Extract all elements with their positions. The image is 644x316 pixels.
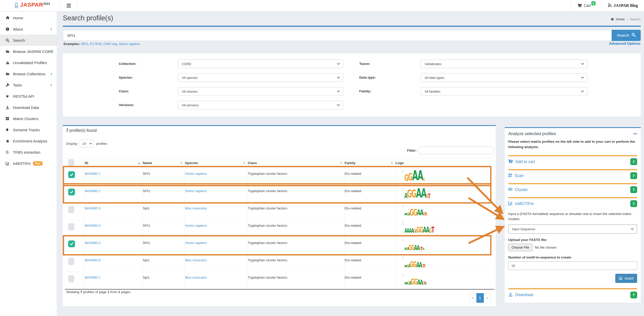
divider: [77, 0, 77, 11]
cart-button[interactable]: Cart 0: [571, 0, 601, 11]
profile-id-link[interactable]: MA0080.2: [85, 189, 101, 193]
data-type-select[interactable]: All data types: [421, 73, 587, 82]
sidebar-item-home[interactable]: Home: [0, 12, 57, 23]
column-header-family[interactable]: Family▲▼: [345, 158, 395, 168]
jaspar-logo[interactable]: JASPAR2024: [14, 2, 50, 10]
species-link[interactable]: Mus musculus: [185, 258, 207, 262]
help-button[interactable]: ?: [630, 186, 637, 193]
list-icon: [6, 150, 11, 154]
select-all-checkbox[interactable]: [68, 159, 74, 166]
pagination-next-button[interactable]: ›: [484, 293, 491, 303]
help-button[interactable]: ?: [630, 292, 637, 298]
species-link[interactable]: Homo sapiens: [185, 189, 207, 193]
profile-id-link[interactable]: MA0080.3: [85, 206, 101, 210]
sidebar-item-tools[interactable]: Tools‹: [0, 79, 57, 91]
motif-count-input[interactable]: [508, 261, 637, 270]
sidebar-item-restful-api[interactable]: RESTful API: [0, 91, 57, 102]
search-button[interactable]: Search: [612, 30, 641, 41]
sequence-logo: 2AAAGAGGAAGTG: [396, 205, 495, 216]
display-label: Display: [66, 142, 77, 146]
row-checkbox[interactable]: [68, 275, 74, 282]
upload-fasta-label: Upload your FASTA file:: [508, 238, 637, 242]
taxon-select[interactable]: Vertebrates: [421, 60, 587, 68]
family-select[interactable]: All families: [421, 87, 587, 96]
divider: [508, 286, 637, 286]
species-select[interactable]: All species: [178, 73, 343, 82]
row-checkbox[interactable]: [68, 223, 74, 231]
species-link[interactable]: Mus musculus: [185, 206, 207, 210]
jaspar-blog-link[interactable]: JASPAR Blog: [602, 3, 644, 8]
inmotifin-button[interactable]: inMOTIFin: [508, 201, 534, 206]
species-link[interactable]: Homo sapiens: [185, 241, 207, 245]
chevron-down-icon: [581, 89, 584, 92]
sidebar-item-inmotifin[interactable]: inMOTIFinNew: [0, 158, 57, 169]
sidebar-item-browse-collections[interactable]: Browse Collections‹: [0, 68, 57, 79]
example-link-spi1[interactable]: SPI1: [81, 42, 88, 46]
collapse-minus-icon[interactable]: [633, 133, 637, 134]
download-button[interactable]: Download: [508, 292, 533, 298]
sidebar-item-matrix-clusters[interactable]: Matrix Clusters: [0, 113, 57, 124]
row-checkbox[interactable]: [68, 171, 75, 178]
chevron-down-icon: [89, 142, 92, 144]
column-header-id[interactable]: ID▲: [85, 158, 143, 168]
sidebar-item-unvalidated-profiles[interactable]: Unvalidated Profiles: [0, 57, 57, 68]
pagination-prev-button[interactable]: ‹: [469, 293, 476, 303]
sequence-source-select[interactable]: Input Sequence: [508, 224, 637, 234]
column-header-species[interactable]: Species▲▼: [185, 158, 248, 168]
profile-id-link[interactable]: MA0080.6: [85, 258, 101, 262]
analyze-description: Please select matrix profiles on the lef…: [508, 139, 637, 150]
row-checkbox[interactable]: [68, 206, 74, 213]
add-to-cart-button[interactable]: Add to cart: [508, 159, 535, 164]
help-button[interactable]: ?: [630, 200, 637, 207]
insert-button[interactable]: Insert: [615, 274, 637, 283]
example-link-homo-sapiens[interactable]: Homo sapiens: [119, 42, 140, 46]
pagination-page-1[interactable]: 1: [476, 293, 484, 303]
help-button[interactable]: ?: [630, 172, 637, 179]
species-link[interactable]: Homo sapiens: [185, 172, 207, 176]
add-to-cart-section: Add to cart ?: [508, 155, 637, 167]
folder-icon: [6, 72, 11, 76]
species-link[interactable]: Mus musculus: [185, 276, 207, 279]
breadcrumb-home-link[interactable]: Home: [616, 17, 625, 21]
row-checkbox[interactable]: [68, 189, 75, 195]
sidebar-item-tfbs-extraction[interactable]: TFBS extraction: [0, 147, 57, 158]
help-button[interactable]: ?: [630, 158, 637, 165]
plug-icon: [6, 94, 11, 98]
sidebar-toggle-button[interactable]: [60, 0, 77, 11]
profile-id-link[interactable]: MA0080.5: [85, 241, 101, 245]
sidebar-item-about[interactable]: About‹: [0, 23, 57, 35]
species-link[interactable]: Homo sapiens: [185, 224, 207, 227]
sequence-logo: 2AAAAGCGGAAGT: [396, 222, 495, 233]
sidebar-item-search[interactable]: Search: [0, 35, 57, 46]
column-header-name[interactable]: Name▲▼: [143, 158, 185, 168]
example-link-chip-seq[interactable]: ChIP-seq: [103, 42, 117, 46]
class-select[interactable]: All classes: [178, 87, 343, 96]
sidebar-item-download-data[interactable]: Download Data: [0, 102, 57, 113]
cart-label: Cart: [584, 4, 591, 8]
row-checkbox[interactable]: [68, 240, 75, 247]
sidebar-item-browse-jaspar-core[interactable]: Browse JASPAR CORE: [0, 46, 57, 57]
row-checkbox[interactable]: [68, 258, 74, 265]
collection-select[interactable]: CORE: [178, 60, 343, 68]
sequence-logo: 2AAAGAGGAAGTA: [396, 274, 495, 285]
scan-button[interactable]: Scan: [508, 173, 524, 178]
display-count-select[interactable]: 10: [80, 140, 94, 147]
table-filter-input[interactable]: [419, 147, 493, 154]
profile-name: Spi1: [143, 206, 150, 210]
example-link-p17676[interactable]: P17676: [90, 42, 101, 46]
versions-select[interactable]: All versions: [178, 101, 343, 109]
cluster-button[interactable]: Cluster: [508, 187, 528, 192]
search-input[interactable]: [63, 30, 612, 41]
display-count-control: Display 10 profiles: [66, 140, 107, 147]
profile-id-link[interactable]: MA0080.4: [85, 224, 101, 227]
profile-id-link[interactable]: MA0080.7: [85, 276, 101, 279]
sidebar-item-enrichment-analysis[interactable]: Enrichment Analysis: [0, 135, 57, 147]
sidebar-item-label: Browse Collections: [13, 72, 46, 76]
choose-file-button[interactable]: Choose File: [508, 244, 532, 251]
column-header-class[interactable]: Class▲▼: [248, 158, 345, 168]
sequence-logo: 2AAGAGGAAGTGA: [396, 239, 495, 251]
sidebar-item-genome-tracks[interactable]: Genome Tracks: [0, 124, 57, 135]
profile-id-link[interactable]: MA0080.1: [85, 172, 101, 176]
download-icon: [508, 292, 513, 298]
advanced-options-link[interactable]: Advanced Options: [609, 41, 640, 46]
